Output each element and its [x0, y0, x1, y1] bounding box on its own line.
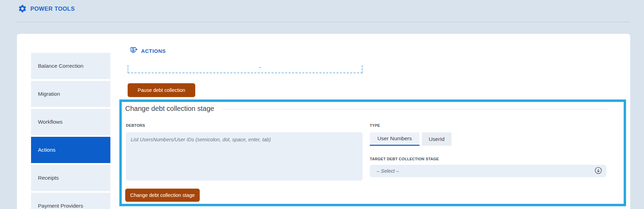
sidebar-item-label: Receipts — [38, 175, 59, 181]
sidebar-item-label: Workflows — [38, 119, 62, 125]
content-card: Balance Correction Migration Workflows A… — [17, 34, 630, 209]
sidebar-nav: Balance Correction Migration Workflows A… — [31, 53, 110, 209]
target-stage-select[interactable]: – Select – — [370, 165, 606, 177]
sidebar-item-receipts[interactable]: Receipts — [31, 165, 110, 191]
app-header: POWER TOOLS — [0, 0, 644, 22]
sidebar-item-label: Payment Providers — [38, 203, 83, 209]
gear-icon — [18, 4, 27, 13]
pause-debt-collection-button[interactable]: Pause debt collection — [128, 83, 195, 97]
section-title: Change debt collection stage — [125, 105, 214, 113]
target-stage-select-value: – Select – — [377, 168, 594, 174]
section-legend: Change debt collection stage — [125, 105, 607, 113]
sidebar-item-actions[interactable]: Actions — [31, 137, 110, 163]
circle-down-arrow-icon[interactable] — [594, 167, 602, 176]
change-stage-section: Change debt collection stage DEBTORS TYP… — [119, 99, 626, 206]
sidebar-item-workflows[interactable]: Workflows — [31, 109, 110, 135]
sidebar-item-label: Migration — [38, 91, 60, 97]
empty-field-value: - — [259, 64, 261, 70]
sidebar-item-label: Balance Correction — [38, 63, 83, 69]
debtors-label: DEBTORS — [126, 123, 145, 127]
target-stage-label: TARGET DEBT COLLECTION STAGE — [370, 157, 439, 161]
type-option-user-numbers[interactable]: User Numbers — [370, 132, 419, 146]
type-toggle-group: User Numbers UserId — [370, 132, 452, 146]
type-option-userid[interactable]: UserId — [422, 132, 452, 146]
type-label: TYPE — [370, 123, 380, 127]
change-stage-submit-button[interactable]: Change debt collection stage — [125, 189, 200, 202]
empty-dashed-field[interactable]: - — [128, 65, 363, 73]
legend-rule — [222, 109, 607, 110]
debtors-input[interactable] — [126, 132, 363, 181]
send-money-icon: $ — [130, 46, 138, 55]
svg-text:$: $ — [132, 47, 134, 51]
header-divider — [17, 22, 630, 22]
page-title: $ ACTIONS — [130, 46, 166, 55]
app-title: POWER TOOLS — [30, 6, 75, 12]
page-title-label: ACTIONS — [141, 48, 166, 54]
sidebar-item-label: Actions — [38, 147, 56, 153]
sidebar-item-migration[interactable]: Migration — [31, 81, 110, 107]
sidebar-item-payment-providers[interactable]: Payment Providers — [31, 193, 110, 209]
power-tools-page: POWER TOOLS Balance Correction Migration… — [0, 0, 644, 209]
sidebar-item-balance-correction[interactable]: Balance Correction — [31, 53, 110, 79]
